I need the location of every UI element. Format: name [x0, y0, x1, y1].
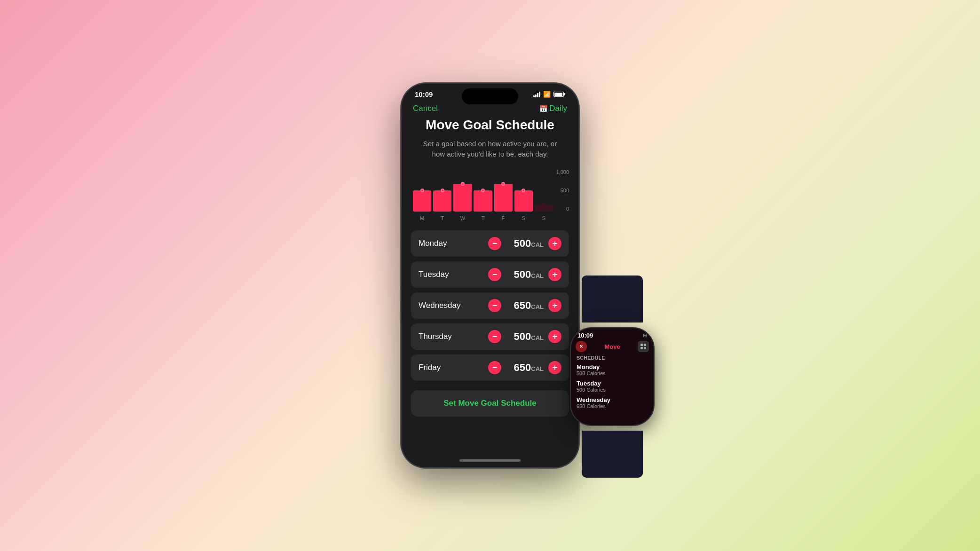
- watch-day-row-wednesday: Wednesday 650 Calories: [577, 396, 648, 409]
- iphone-content: Move Goal Schedule Set a goal based on h…: [402, 117, 578, 453]
- goal-day-friday: Friday: [419, 363, 488, 372]
- watch-app-title: Move: [604, 343, 620, 350]
- cal-unit: CAL: [531, 334, 544, 341]
- watch-status-icon: ⊞: [643, 332, 647, 338]
- cal-unit: CAL: [531, 303, 544, 310]
- watch-day-tuesday: Tuesday: [577, 380, 648, 387]
- set-button-label: Set Move Goal Schedule: [443, 399, 536, 408]
- watch-screen: 10:09 ⊞ × Move: [571, 328, 654, 425]
- status-time: 10:09: [415, 90, 433, 98]
- status-icons: 📶: [533, 91, 565, 98]
- chart-label-1000: 1,000: [556, 169, 569, 175]
- watch-grid-button[interactable]: [638, 341, 649, 352]
- watch-day-row-monday: Monday 500 Calories: [577, 363, 648, 376]
- goal-row-thursday: Thursday − 500CAL +: [411, 323, 569, 350]
- chart-label-0: 0: [566, 206, 569, 212]
- increase-monday-button[interactable]: +: [548, 237, 561, 250]
- increase-wednesday-button[interactable]: +: [548, 299, 561, 312]
- watch-close-button[interactable]: ×: [576, 341, 587, 352]
- svg-rect-0: [640, 344, 643, 346]
- goal-row-tuesday: Tuesday − 500CAL +: [411, 261, 569, 288]
- chart-day-s2: S: [535, 215, 553, 221]
- decrease-thursday-button[interactable]: −: [488, 330, 501, 343]
- chart-day-t2: T: [474, 215, 492, 221]
- chart-bars: [411, 169, 555, 212]
- goal-row-monday: Monday − 500CAL +: [411, 230, 569, 257]
- chart-bar-wednesday: [453, 169, 472, 212]
- chart-day-f: F: [494, 215, 513, 221]
- decrease-monday-button[interactable]: −: [488, 237, 501, 250]
- watch-content: Schedule Monday 500 Calories Tuesday 500…: [571, 355, 654, 425]
- watch-day-row-tuesday: Tuesday 500 Calories: [577, 380, 648, 393]
- increase-tuesday-button[interactable]: +: [548, 268, 561, 281]
- goal-controls-tuesday: − 500CAL +: [488, 268, 561, 281]
- increase-thursday-button[interactable]: +: [548, 330, 561, 343]
- goal-row-friday: Friday − 650CAL +: [411, 354, 569, 381]
- chart-bar-thursday: [474, 169, 492, 212]
- watch-body: 10:09 ⊞ × Move: [570, 327, 655, 426]
- chart-bar-friday: [494, 169, 513, 212]
- watch-band-top: [582, 276, 643, 323]
- set-button-container: Set Move Goal Schedule: [411, 386, 569, 426]
- page-subtitle: Set a goal based on how active you are, …: [411, 139, 569, 160]
- chart-bar-tuesday: [433, 169, 451, 212]
- watch-close-icon: ×: [579, 343, 583, 350]
- watch-schedule-title: Schedule: [577, 355, 648, 361]
- goal-controls-thursday: − 500CAL +: [488, 330, 561, 343]
- watch-time: 10:09: [577, 332, 593, 339]
- cancel-button[interactable]: Cancel: [413, 104, 438, 113]
- watch-day-wednesday: Wednesday: [577, 396, 648, 403]
- decrease-tuesday-button[interactable]: −: [488, 268, 501, 281]
- chart-day-s1: S: [514, 215, 533, 221]
- goal-controls-monday: − 500CAL +: [488, 237, 561, 250]
- watch-header: × Move: [571, 341, 654, 355]
- goal-controls-wednesday: − 650CAL +: [488, 299, 561, 312]
- increase-friday-button[interactable]: +: [548, 361, 561, 374]
- cal-unit: CAL: [531, 272, 544, 279]
- goal-day-tuesday: Tuesday: [419, 270, 488, 279]
- goal-value-wednesday: 650CAL: [506, 299, 544, 312]
- chart-day-w: W: [453, 215, 472, 221]
- daily-button[interactable]: 📅 Daily: [539, 104, 567, 113]
- iphone-screen: 10:09 📶: [402, 84, 578, 467]
- decrease-wednesday-button[interactable]: −: [488, 299, 501, 312]
- dynamic-island: [462, 88, 518, 104]
- goal-value-monday: 500CAL: [506, 237, 544, 250]
- cal-unit: CAL: [531, 241, 544, 248]
- decrease-friday-button[interactable]: −: [488, 361, 501, 374]
- svg-rect-3: [644, 347, 646, 349]
- goal-value-friday: 650CAL: [506, 362, 544, 374]
- apple-watch-device: 10:09 ⊞ × Move: [561, 313, 664, 440]
- grid-icon: [640, 344, 646, 349]
- watch-band-bottom: [582, 431, 643, 478]
- chart-bar-saturday: [514, 169, 533, 212]
- watch-cals-tuesday: 500 Calories: [577, 387, 648, 393]
- svg-rect-2: [640, 347, 643, 349]
- battery-icon: [553, 92, 565, 97]
- goal-row-wednesday: Wednesday − 650CAL +: [411, 292, 569, 319]
- watch-day-monday: Monday: [577, 363, 648, 370]
- svg-rect-1: [644, 344, 646, 346]
- iphone-device: 10:09 📶: [401, 83, 579, 468]
- chart-day-labels: M T W T F S S: [411, 215, 555, 221]
- calendar-icon: 📅: [539, 105, 547, 112]
- chart-y-labels: 1,000 500 0: [556, 169, 569, 212]
- goal-day-monday: Monday: [419, 239, 488, 248]
- set-goal-schedule-button[interactable]: Set Move Goal Schedule: [411, 390, 569, 417]
- chart-label-500: 500: [561, 188, 569, 193]
- chart-day-m: M: [413, 215, 431, 221]
- watch-cals-monday: 500 Calories: [577, 370, 648, 376]
- home-indicator: [402, 453, 578, 467]
- chart-day-t1: T: [433, 215, 451, 221]
- chart-bar-monday: [413, 169, 431, 212]
- wifi-icon: 📶: [543, 91, 551, 98]
- watch-cals-wednesday: 650 Calories: [577, 403, 648, 409]
- watch-status-bar: 10:09 ⊞: [571, 328, 654, 341]
- goal-value-thursday: 500CAL: [506, 331, 544, 343]
- signal-icon: [533, 92, 540, 97]
- scene: 10:09 📶: [401, 83, 579, 468]
- page-title: Move Goal Schedule: [411, 117, 569, 133]
- goal-value-tuesday: 500CAL: [506, 268, 544, 281]
- home-bar: [459, 459, 521, 462]
- goal-day-wednesday: Wednesday: [419, 301, 488, 310]
